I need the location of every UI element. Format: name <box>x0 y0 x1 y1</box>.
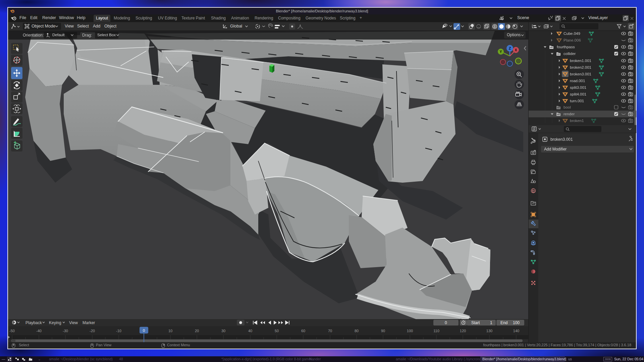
svg-text:View: View <box>69 320 78 325</box>
svg-text:50: 50 <box>275 329 279 333</box>
svg-text:-50: -50 <box>9 329 15 333</box>
svg-text:Y: Y <box>499 50 502 54</box>
svg-text:Cube.049: Cube.049 <box>564 32 580 36</box>
svg-text:Keying: Keying <box>49 320 61 325</box>
svg-text:Start: Start <box>471 320 480 325</box>
svg-text:40: 40 <box>248 329 252 333</box>
svg-text:-40: -40 <box>36 329 42 333</box>
svg-text:120: 120 <box>460 329 466 333</box>
svg-text:road.001: road.001 <box>570 79 585 83</box>
svg-text:split4.001: split4.001 <box>570 92 586 96</box>
svg-text:70: 70 <box>328 329 332 333</box>
svg-text:fourthpass: fourthpass <box>557 45 575 49</box>
svg-text:broken1.001: broken1.001 <box>570 59 591 63</box>
svg-text:Add Modifier: Add Modifier <box>544 147 567 152</box>
svg-text:110: 110 <box>433 329 439 333</box>
svg-text:Z: Z <box>509 46 511 50</box>
svg-text:broken3.001: broken3.001 <box>550 137 573 142</box>
svg-text:-20: -20 <box>90 329 95 333</box>
svg-text:End: End <box>500 320 507 325</box>
svg-text:Plane.006: Plane.006 <box>564 38 581 42</box>
svg-text:broken2.001: broken2.001 <box>570 65 591 69</box>
svg-text:0: 0 <box>143 328 145 333</box>
svg-text:130: 130 <box>486 329 492 333</box>
svg-text:30: 30 <box>221 329 225 333</box>
svg-text:split3.001: split3.001 <box>570 85 586 89</box>
svg-text:60: 60 <box>301 329 305 333</box>
svg-text:Marker: Marker <box>83 320 95 325</box>
svg-text:1: 1 <box>490 320 492 325</box>
svg-text:broken3.001: broken3.001 <box>570 72 591 76</box>
svg-text:0: 0 <box>445 320 447 325</box>
svg-text:-10: -10 <box>116 329 121 333</box>
svg-text:80: 80 <box>355 329 359 333</box>
svg-text:100: 100 <box>513 320 520 325</box>
svg-text:bool: bool <box>564 105 571 109</box>
svg-text:100: 100 <box>407 329 413 333</box>
svg-text:10: 10 <box>168 329 172 333</box>
svg-text:broken1: broken1 <box>570 119 584 123</box>
svg-text:turn.001: turn.001 <box>570 99 584 103</box>
svg-text:collider: collider <box>564 52 576 56</box>
svg-text:-30: -30 <box>63 329 68 333</box>
svg-text:Playback: Playback <box>25 320 42 325</box>
svg-text:90: 90 <box>381 329 385 333</box>
svg-text:140: 140 <box>513 329 519 333</box>
svg-text:20: 20 <box>195 329 199 333</box>
svg-text:X: X <box>515 48 517 52</box>
svg-text:render: render <box>564 112 575 116</box>
